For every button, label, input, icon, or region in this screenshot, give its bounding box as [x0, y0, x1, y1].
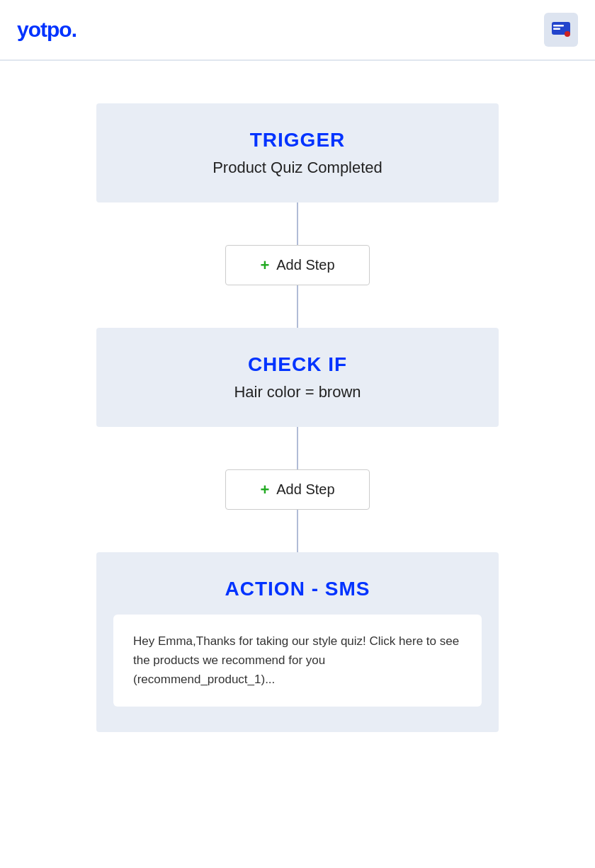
trigger-subtitle: Product Quiz Completed — [113, 159, 482, 177]
svg-rect-3 — [553, 28, 560, 30]
trigger-block[interactable]: TRIGGER Product Quiz Completed — [96, 103, 499, 202]
svg-point-1 — [565, 31, 570, 37]
connector-1 — [297, 202, 298, 245]
connector-3 — [297, 427, 298, 469]
add-step-label-2: Add Step — [276, 481, 334, 498]
trigger-title: TRIGGER — [113, 129, 482, 152]
sms-message-text: Hey Emma,Thanks for taking our style qui… — [133, 632, 462, 690]
header: yotpo. — [0, 0, 595, 60]
action-sms-block[interactable]: ACTION - SMS Hey Emma,Thanks for taking … — [96, 552, 499, 732]
check-if-block[interactable]: CHECK IF Hair color = brown — [96, 328, 499, 427]
sms-message-box: Hey Emma,Thanks for taking our style qui… — [113, 615, 482, 707]
logo: yotpo. — [17, 18, 76, 42]
add-step-button-2[interactable]: + Add Step — [225, 469, 369, 510]
check-if-subtitle: Hair color = brown — [113, 383, 482, 401]
add-step-plus-icon-2: + — [260, 482, 269, 498]
svg-rect-2 — [553, 25, 564, 27]
connector-4 — [297, 510, 298, 552]
add-step-plus-icon-1: + — [260, 258, 269, 273]
check-if-title: CHECK IF — [113, 353, 482, 376]
chat-button[interactable] — [544, 13, 578, 47]
add-step-button-1[interactable]: + Add Step — [225, 245, 369, 285]
connector-2 — [297, 285, 298, 328]
action-sms-title: ACTION - SMS — [113, 578, 482, 600]
add-step-label-1: Add Step — [276, 257, 334, 273]
logo-text: yotpo. — [17, 18, 76, 41]
chat-icon — [552, 22, 570, 38]
main-content: TRIGGER Product Quiz Completed + Add Ste… — [0, 61, 595, 775]
